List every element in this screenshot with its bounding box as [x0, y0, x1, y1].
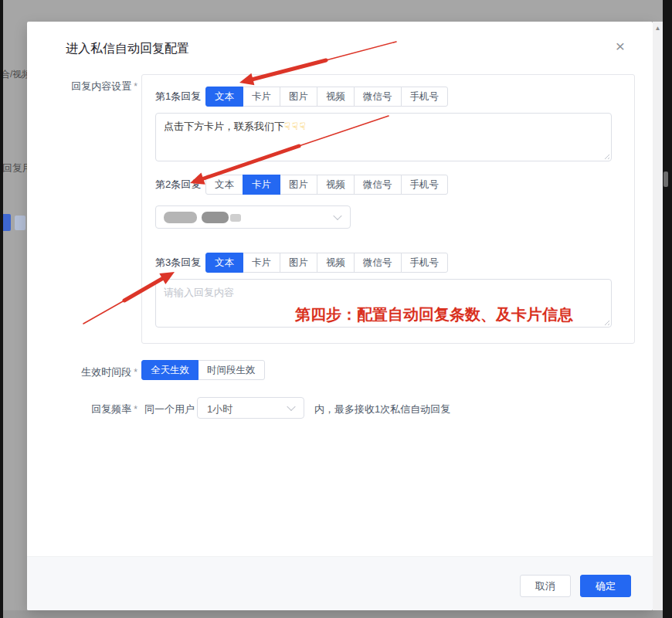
reply3-label: 第3条回复	[155, 256, 205, 270]
tab-card[interactable]: 卡片	[243, 87, 280, 107]
frequency-select-value: 1小时	[207, 402, 232, 416]
tab-video[interactable]: 视频	[317, 253, 355, 273]
reply-row-2: 第2条回复 文本 卡片 图片 视频 微信号 手机号	[155, 175, 448, 195]
tab-image[interactable]: 图片	[280, 253, 317, 273]
tab-text[interactable]: 文本	[205, 87, 243, 107]
background-text-fragment: 合/视频	[1, 68, 27, 81]
reply-row-1: 第1条回复 文本 卡片 图片 视频 微信号 手机号	[155, 87, 448, 107]
reply3-type-tabs: 文本 卡片 图片 视频 微信号 手机号	[205, 253, 448, 273]
tab-wechat-id[interactable]: 微信号	[354, 253, 402, 273]
frequency-select[interactable]: 1小时	[197, 397, 304, 419]
required-mark: *	[134, 81, 137, 92]
auto-reply-config-dialog: 进入私信自动回复配置 × 回复内容设置* 第1条回复 文本 卡片 图片 视频 微…	[27, 22, 653, 610]
tab-card[interactable]: 卡片	[243, 175, 280, 195]
right-edge-strip	[663, 0, 672, 618]
label-text: 回复内容设置	[71, 80, 131, 92]
reply1-label: 第1条回复	[155, 90, 205, 104]
close-icon[interactable]: ×	[611, 37, 630, 55]
tab-phone-number[interactable]: 手机号	[401, 253, 449, 273]
reply1-text: 点击下方卡片，联系我们下	[164, 121, 284, 132]
effective-period-label: 生效时间段*	[27, 365, 137, 379]
reply-frequency-label: 回复频率*	[27, 402, 137, 416]
chevron-down-icon	[287, 402, 295, 411]
background-button-fragment	[15, 216, 25, 230]
tab-text[interactable]: 文本	[205, 253, 243, 273]
reply3-textarea[interactable]: 请输入回复内容 第四步：配置自动回复条数、及卡片信息	[155, 279, 612, 328]
tab-time-range[interactable]: 时间段生效	[198, 360, 265, 380]
tab-image[interactable]: 图片	[280, 87, 317, 107]
left-edge-strip	[0, 0, 3, 618]
chevron-down-icon	[333, 212, 341, 220]
redacted-value	[164, 212, 197, 223]
redacted-value	[230, 214, 241, 222]
tab-text[interactable]: 文本	[205, 175, 243, 195]
label-text: 生效时间段	[81, 366, 131, 378]
scrollbar[interactable]: ▲	[653, 22, 663, 610]
required-mark: *	[134, 404, 137, 415]
cancel-button[interactable]: 取消	[520, 575, 571, 597]
screen: 合/视频 回复用 进入私信自动回复配置 × 回复内容设置* 第1条回复 文本 卡…	[0, 0, 672, 618]
tab-image[interactable]: 图片	[280, 175, 317, 195]
reply-content-group: 第1条回复 文本 卡片 图片 视频 微信号 手机号 点击下方卡片，联系我们下☟☟…	[141, 74, 635, 344]
reply1-type-tabs: 文本 卡片 图片 视频 微信号 手机号	[205, 87, 448, 107]
required-mark: *	[134, 367, 137, 378]
background-text-fragment: 回复用	[2, 161, 27, 175]
tab-wechat-id[interactable]: 微信号	[354, 87, 402, 107]
dialog-footer: 取消 确定	[27, 556, 653, 610]
reply-content-label: 回复内容设置*	[27, 80, 137, 93]
reply2-type-tabs: 文本 卡片 图片 视频 微信号 手机号	[205, 175, 448, 195]
card-select[interactable]	[155, 205, 351, 229]
bottom-strip	[3, 610, 663, 618]
tab-wechat-id[interactable]: 微信号	[354, 175, 402, 195]
frequency-prefix-text: 同一个用户	[144, 402, 195, 416]
tab-phone-number[interactable]: 手机号	[401, 175, 449, 195]
label-text: 回复频率	[91, 403, 131, 415]
resize-handle-icon[interactable]	[602, 318, 609, 325]
reply1-textarea[interactable]: 点击下方卡片，联系我们下☟☟☟	[155, 113, 612, 161]
pointing-down-emoji: ☟☟☟	[284, 121, 307, 132]
tab-video[interactable]: 视频	[317, 175, 355, 195]
confirm-button[interactable]: 确定	[580, 575, 631, 597]
scrollbar-thumb[interactable]	[664, 171, 668, 187]
redacted-value	[202, 212, 229, 223]
frequency-suffix-text: 内，最多接收1次私信自动回复	[314, 402, 450, 416]
scroll-up-icon[interactable]: ▲	[653, 25, 663, 32]
resize-handle-icon[interactable]	[602, 152, 609, 159]
step4-annotation-text: 第四步：配置自动回复条数、及卡片信息	[295, 304, 573, 325]
reply3-placeholder: 请输入回复内容	[164, 287, 234, 298]
tab-video[interactable]: 视频	[317, 87, 355, 107]
tab-card[interactable]: 卡片	[243, 253, 280, 273]
dialog-title: 进入私信自动回复配置	[66, 41, 189, 57]
tab-phone-number[interactable]: 手机号	[401, 87, 449, 107]
reply-row-3: 第3条回复 文本 卡片 图片 视频 微信号 手机号	[155, 253, 448, 273]
effective-period-tabs: 全天生效 时间段生效	[141, 360, 265, 380]
reply2-label: 第2条回复	[155, 178, 205, 192]
tab-all-day[interactable]: 全天生效	[141, 360, 199, 380]
